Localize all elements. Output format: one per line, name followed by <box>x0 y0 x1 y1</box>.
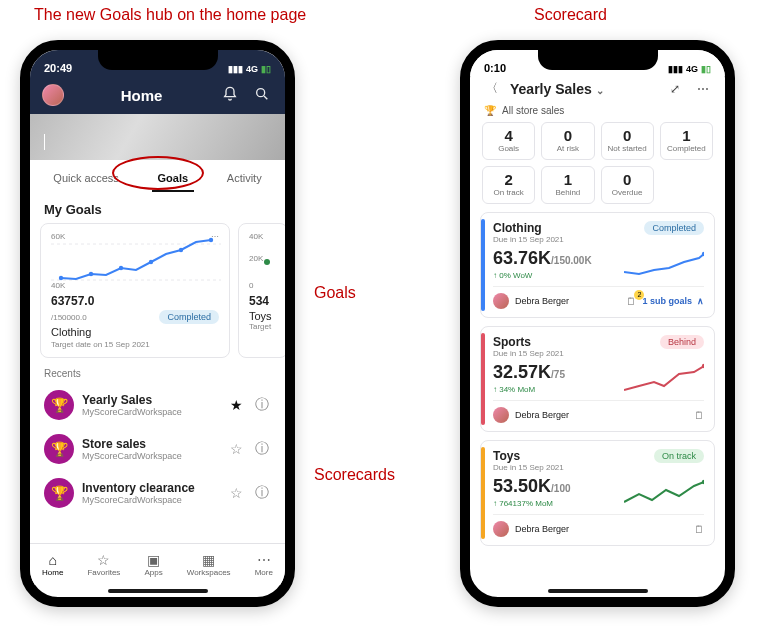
owner-avatar <box>493 521 509 537</box>
search-icon[interactable] <box>251 86 273 105</box>
card-metric: ↑ 34% MoM <box>493 385 565 394</box>
svg-point-9 <box>264 259 270 265</box>
scorecard-card[interactable]: ClothingDue in 15 Sep 2021Completed63.76… <box>480 212 715 318</box>
more-icon: ⋯ <box>257 553 271 567</box>
nav-more[interactable]: ⋯More <box>255 553 273 577</box>
notch <box>98 48 218 70</box>
card-sparkline <box>624 248 704 280</box>
goal-sparkline: 60K⋯ 40K <box>51 232 219 290</box>
recent-item[interactable]: 🏆Store salesMyScoreCardWorkspace☆ⓘ <box>38 427 277 471</box>
recent-name: Inventory clearance <box>82 481 219 495</box>
notifications-icon[interactable] <box>219 86 241 105</box>
status-stripe <box>481 447 485 539</box>
subgoals-link[interactable]: 1 sub goals ∧ <box>642 296 704 306</box>
tab-activity[interactable]: Activity <box>221 168 268 192</box>
recent-item[interactable]: 🏆Yearly SalesMyScoreCardWorkspace★ⓘ <box>38 383 277 427</box>
caption-goals: Goals <box>314 284 356 302</box>
tile-label: Behind <box>544 188 591 197</box>
summary-tile[interactable]: 1Completed <box>660 122 713 160</box>
card-due: Due in 15 Sep 2021 <box>493 463 564 472</box>
tile-value: 0 <box>604 171 651 188</box>
tab-quick-access[interactable]: Quick access <box>47 168 124 192</box>
goal-denominator: /150000.0 <box>51 313 87 322</box>
summary-tile[interactable]: 2On track <box>482 166 535 204</box>
more-icon[interactable]: ⋯ <box>693 82 713 96</box>
summary-tile[interactable]: 0Overdue <box>601 166 654 204</box>
card-due: Due in 15 Sep 2021 <box>493 349 564 358</box>
card-metric: ↑ 764137% MoM <box>493 499 571 508</box>
recent-workspace: MyScoreCardWorkspace <box>82 451 219 461</box>
phone-home: 20:49 ▮▮▮ 4G ▮▯ Home Quick access Goals … <box>20 40 295 607</box>
svg-point-5 <box>119 266 123 270</box>
recent-item[interactable]: 🏆Inventory clearanceMyScoreCardWorkspace… <box>38 471 277 515</box>
network-label: 4G <box>246 64 258 74</box>
goal-card-toys[interactable]: 40K 20K 0 534 Toys Target <box>238 223 285 358</box>
home-tabs: Quick access Goals Activity <box>30 160 285 192</box>
nav-label: More <box>255 568 273 577</box>
scorecard-card[interactable]: ToysDue in 15 Sep 2021On track53.50K/100… <box>480 440 715 546</box>
info-icon[interactable]: ⓘ <box>253 484 271 502</box>
favorite-icon[interactable]: ☆ <box>227 485 245 501</box>
tile-label: Overdue <box>604 188 651 197</box>
summary-tiles: 4Goals0At risk0Not started1Completed2On … <box>470 122 725 212</box>
recent-text: Inventory clearanceMyScoreCardWorkspace <box>82 481 219 505</box>
recents-heading: Recents <box>30 358 285 383</box>
svg-point-7 <box>179 248 183 252</box>
bottom-nav: ⌂Home ☆Favorites ▣Apps ▦Workspaces ⋯More <box>30 543 285 585</box>
recent-name: Yearly Sales <box>82 393 219 407</box>
tile-label: At risk <box>544 144 591 153</box>
card-value: 63.76K <box>493 248 551 268</box>
trophy-icon: 🏆 <box>44 478 74 508</box>
svg-point-0 <box>257 88 265 96</box>
owner-name: Debra Berger <box>515 410 688 420</box>
nav-home[interactable]: ⌂Home <box>42 553 63 577</box>
goal-cards-row[interactable]: 60K⋯ 40K 63757.0 /150000.0 Completed Clo… <box>30 223 285 358</box>
favorite-icon[interactable]: ☆ <box>227 441 245 457</box>
battery-icon: ▮▯ <box>261 64 271 74</box>
nav-label: Favorites <box>87 568 120 577</box>
back-icon[interactable]: 〈 <box>482 80 502 97</box>
trophy-icon: 🏆 <box>484 105 496 116</box>
page-title: Home <box>74 87 209 104</box>
battery-icon: ▮▯ <box>701 64 711 74</box>
svg-point-3 <box>59 276 63 280</box>
chevron-down-icon: ⌄ <box>596 85 604 96</box>
favorite-icon[interactable]: ★ <box>227 397 245 413</box>
card-value: 32.57K <box>493 362 551 382</box>
workspaces-icon: ▦ <box>202 553 215 567</box>
nav-favorites[interactable]: ☆Favorites <box>87 553 120 577</box>
tile-value: 4 <box>485 127 532 144</box>
goal-name: Toys <box>249 310 277 322</box>
scorecard-card[interactable]: SportsDue in 15 Sep 2021Behind32.57K/75↑… <box>480 326 715 432</box>
scorecard-title[interactable]: Yearly Sales ⌄ <box>510 81 657 97</box>
nav-workspaces[interactable]: ▦Workspaces <box>187 553 231 577</box>
tab-goals[interactable]: Goals <box>152 168 195 192</box>
info-icon[interactable]: ⓘ <box>253 396 271 414</box>
status-time: 20:49 <box>44 62 72 74</box>
card-denominator: /100 <box>551 483 570 494</box>
summary-tile[interactable]: 4Goals <box>482 122 535 160</box>
summary-tile[interactable]: 0At risk <box>541 122 594 160</box>
note-icon[interactable]: 🗒 <box>626 296 636 307</box>
note-icon[interactable]: 🗒 <box>694 410 704 421</box>
goal-card-clothing[interactable]: 60K⋯ 40K 63757.0 /150000.0 Completed Clo… <box>40 223 230 358</box>
filter-row[interactable]: 🏆 All store sales <box>470 105 725 122</box>
tile-label: On track <box>485 188 532 197</box>
status-badge: Completed <box>159 310 219 324</box>
info-icon[interactable]: ⓘ <box>253 440 271 458</box>
summary-tile[interactable]: 1Behind <box>541 166 594 204</box>
status-badge: Completed <box>644 221 704 235</box>
star-icon: ☆ <box>97 553 110 567</box>
expand-icon[interactable]: ⤢ <box>665 82 685 96</box>
note-icon[interactable]: 🗒 <box>694 524 704 535</box>
goal-value: 534 <box>249 294 277 308</box>
tile-value: 0 <box>544 127 591 144</box>
card-metric: ↑ 0% WoW <box>493 271 592 280</box>
tile-value: 2 <box>485 171 532 188</box>
summary-tile[interactable]: 0Not started <box>601 122 654 160</box>
avatar[interactable] <box>42 84 64 106</box>
goal-target-date: Target <box>249 322 277 331</box>
nav-apps[interactable]: ▣Apps <box>144 553 162 577</box>
network-label: 4G <box>686 64 698 74</box>
tile-label: Goals <box>485 144 532 153</box>
